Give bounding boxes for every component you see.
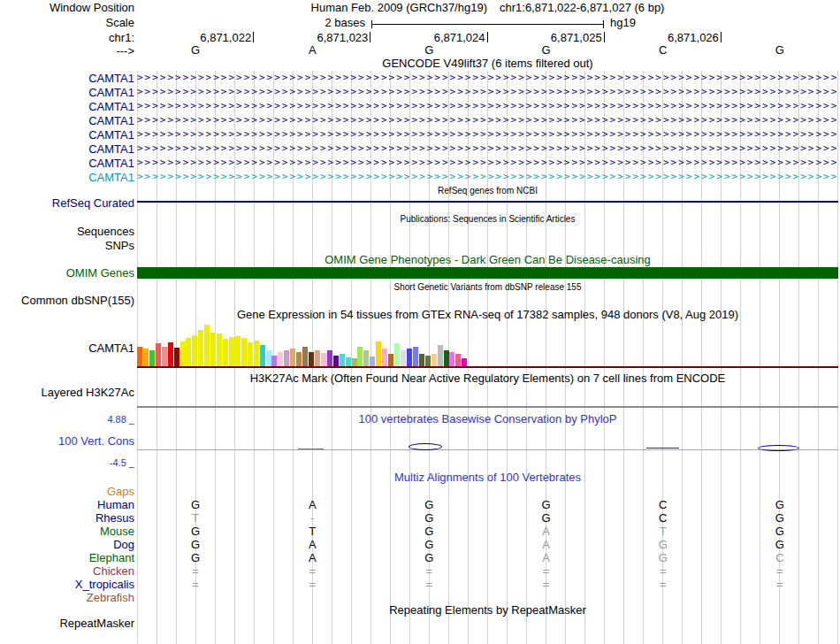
gtex-expression-bar[interactable] [235,336,241,366]
gtex-expression-bar[interactable] [413,347,418,366]
gtex-expression-bar[interactable] [455,354,461,366]
gtex-expression-bar[interactable] [271,356,277,366]
gtex-expression-bar[interactable] [407,349,412,366]
species-label[interactable]: Chicken [93,564,134,578]
repeatmasker-label[interactable]: RepeatMasker [59,617,134,630]
layered-h3k27ac-label[interactable]: Layered H3K27Ac [41,386,134,399]
gtex-expression-bar[interactable] [229,337,234,366]
gtex-bars[interactable] [137,318,838,366]
gene-label[interactable]: CAMTA1 [88,100,134,113]
gtex-expression-bar[interactable] [302,347,308,366]
multiz-rows: GapsHumanGAGGCGRhesusT-GGCGMouseGTGATGDo… [0,485,840,604]
gtex-expression-bar[interactable] [137,347,142,366]
gene-row[interactable]: CAMTA1>>>>>>>>>>>>>>>>>>>>>>>>>>>>>>>>>>… [0,156,840,170]
sequences-label[interactable]: Sequences [77,225,134,238]
gtex-expression-bar[interactable] [363,350,369,366]
gene-row[interactable]: CAMTA1>>>>>>>>>>>>>>>>>>>>>>>>>>>>>>>>>>… [0,71,840,85]
gtex-expression-bar[interactable] [419,354,424,366]
gtex-expression-bar[interactable] [346,357,351,366]
gtex-expression-bar[interactable] [192,335,197,366]
gene-strand-arrows[interactable]: >>>>>>>>>>>>>>>>>>>>>>>>>>>>>>>>>>>>>>>>… [137,170,837,184]
gtex-expression-bar[interactable] [260,345,265,366]
gene-label[interactable]: CAMTA1 [88,128,134,142]
alignment-base: A [309,538,317,551]
gtex-expression-bar[interactable] [284,350,289,366]
gtex-expression-bar[interactable] [248,342,253,366]
gene-label[interactable]: CAMTA1 [88,142,134,156]
gene-row[interactable]: CAMTA1>>>>>>>>>>>>>>>>>>>>>>>>>>>>>>>>>>… [0,170,840,184]
gtex-expression-bar[interactable] [174,348,179,366]
refseq-gene-line[interactable] [137,201,838,203]
gtex-expression-bar[interactable] [168,342,173,366]
gene-strand-arrows[interactable]: >>>>>>>>>>>>>>>>>>>>>>>>>>>>>>>>>>>>>>>>… [137,99,837,113]
gtex-expression-bar[interactable] [143,349,149,366]
gene-label[interactable]: CAMTA1 [88,171,134,184]
gene-label[interactable]: CAMTA1 [88,72,134,85]
gene-strand-arrows[interactable]: >>>>>>>>>>>>>>>>>>>>>>>>>>>>>>>>>>>>>>>>… [137,142,837,156]
gtex-expression-bar[interactable] [309,352,314,366]
gtex-expression-bar[interactable] [462,358,467,366]
gtex-expression-bar[interactable] [333,356,339,366]
species-label[interactable]: Dog [113,538,134,551]
gtex-expression-bar[interactable] [321,353,326,366]
species-label[interactable]: Elephant [89,551,134,564]
phylop-baseline [137,449,838,450]
omim-genes-label[interactable]: OMIM Genes [66,266,134,280]
gene-strand-arrows[interactable]: >>>>>>>>>>>>>>>>>>>>>>>>>>>>>>>>>>>>>>>>… [137,113,837,127]
gtex-expression-bar[interactable] [394,343,400,366]
gene-row[interactable]: CAMTA1>>>>>>>>>>>>>>>>>>>>>>>>>>>>>>>>>>… [0,99,840,113]
gtex-expression-bar[interactable] [370,356,375,366]
alignment-base: = [543,578,550,591]
gtex-expression-bar[interactable] [438,345,443,366]
gene-strand-arrows[interactable]: >>>>>>>>>>>>>>>>>>>>>>>>>>>>>>>>>>>>>>>>… [137,71,837,85]
gene-label[interactable]: CAMTA1 [88,157,134,170]
gtex-expression-bar[interactable] [388,354,393,366]
species-label[interactable]: Gaps [107,485,134,498]
gtex-expression-bar[interactable] [210,333,216,366]
species-label[interactable]: Zebrafish [87,591,134,604]
gtex-expression-bar[interactable] [162,347,167,366]
gtex-expression-bar[interactable] [241,338,247,366]
gtex-expression-bar[interactable] [186,338,191,366]
gtex-expression-bar[interactable] [425,356,431,366]
snps-label[interactable]: SNPs [105,239,134,252]
gtex-expression-bar[interactable] [223,339,228,366]
gtex-expression-bar[interactable] [278,352,283,366]
species-label[interactable]: X_tropicalis [75,578,134,591]
species-label[interactable]: Human [97,498,134,511]
gtex-expression-bar[interactable] [156,343,161,366]
species-label[interactable]: Mouse [100,525,134,538]
gene-row[interactable]: CAMTA1>>>>>>>>>>>>>>>>>>>>>>>>>>>>>>>>>>… [0,113,840,127]
gtex-expression-bar[interactable] [217,334,222,366]
gtex-expression-bar[interactable] [204,325,210,366]
common-dbsnp-label[interactable]: Common dbSNP(155) [21,294,134,307]
gtex-expression-bar[interactable] [357,347,363,366]
phylop-track-label[interactable]: 100 Vert. Cons [58,434,134,448]
gene-strand-arrows[interactable]: >>>>>>>>>>>>>>>>>>>>>>>>>>>>>>>>>>>>>>>>… [137,85,837,99]
gene-strand-arrows[interactable]: >>>>>>>>>>>>>>>>>>>>>>>>>>>>>>>>>>>>>>>>… [137,156,837,170]
gtex-expression-bar[interactable] [382,349,387,366]
alignment-base: A [309,498,317,511]
gtex-gene-label[interactable]: CAMTA1 [88,341,134,355]
gtex-expression-bar[interactable] [449,352,454,366]
gtex-expression-bar[interactable] [327,350,332,366]
gtex-expression-bar[interactable] [254,341,259,366]
gtex-expression-bar[interactable] [296,352,302,366]
gene-label[interactable]: CAMTA1 [88,114,134,127]
omim-gene-bar[interactable] [137,267,838,279]
gene-strand-arrows[interactable]: >>>>>>>>>>>>>>>>>>>>>>>>>>>>>>>>>>>>>>>>… [137,127,837,142]
gtex-expression-bar[interactable] [290,349,295,366]
gene-row[interactable]: CAMTA1>>>>>>>>>>>>>>>>>>>>>>>>>>>>>>>>>>… [0,127,840,142]
refseq-curated-label[interactable]: RefSeq Curated [52,196,134,210]
gtex-expression-bar[interactable] [198,330,203,366]
gene-label[interactable]: CAMTA1 [88,86,134,99]
gtex-expression-bar[interactable] [401,350,406,366]
gtex-expression-bar[interactable] [431,354,437,366]
gene-row[interactable]: CAMTA1>>>>>>>>>>>>>>>>>>>>>>>>>>>>>>>>>>… [0,85,840,99]
species-label[interactable]: Rhesus [95,511,134,525]
gtex-expression-bar[interactable] [149,350,155,366]
gtex-expression-bar[interactable] [376,341,381,366]
gene-row[interactable]: CAMTA1>>>>>>>>>>>>>>>>>>>>>>>>>>>>>>>>>>… [0,142,840,156]
gtex-expression-bar[interactable] [315,350,320,366]
gtex-expression-bar[interactable] [340,354,345,366]
